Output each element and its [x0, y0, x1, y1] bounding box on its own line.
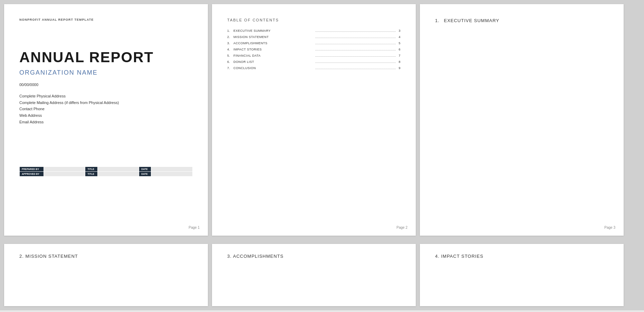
mission-title: MISSION STATEMENT: [25, 254, 78, 259]
page-4: 2. MISSION STATEMENT: [4, 244, 208, 306]
toc-label: IMPACT STORIES: [233, 48, 314, 51]
toc-dots: [315, 53, 396, 57]
prepared-by-field[interactable]: [44, 167, 85, 172]
accomplishments-heading: 3. ACCOMPLISHMENTS: [227, 254, 401, 259]
template-title: NONPROFIT ANNUAL REPORT TEMPLATE: [19, 18, 193, 21]
date-field-2[interactable]: [151, 172, 193, 177]
date-label-2: DATE: [139, 172, 151, 177]
page-number-3: Page 3: [604, 226, 615, 229]
toc-num: 4.: [227, 48, 233, 51]
date-label-1: DATE: [139, 167, 151, 172]
toc-dots: [315, 28, 396, 32]
toc-label: CONCLUSION: [233, 66, 314, 70]
toc-label: DONOR LIST: [233, 60, 314, 64]
page-5: 3. ACCOMPLISHMENTS: [212, 244, 416, 306]
toc-item: 6. DONOR LIST 8: [227, 59, 401, 64]
page-number-1: Page 1: [189, 226, 200, 229]
address-block: Complete Physical Address Complete Maili…: [19, 93, 193, 125]
approved-by-row: APPROVED BY TITLE DATE: [20, 172, 193, 177]
accomplishments-number: 3.: [227, 254, 232, 259]
approved-by-field[interactable]: [44, 172, 85, 177]
toc-page: 8: [397, 60, 401, 64]
toc-dots: [315, 47, 396, 50]
toc-item: 4. IMPACT STORIES 6: [227, 47, 401, 51]
page-2: TABLE OF CONTENTS 1. EXECUTIVE SUMMARY 3…: [212, 4, 416, 236]
toc-item: 2. MISSION STATEMENT 4: [227, 35, 401, 39]
toc-num: 3.: [227, 41, 233, 45]
annual-report-title: ANNUAL REPORT: [19, 49, 193, 66]
title-label-1: TITLE: [85, 167, 98, 172]
prepared-by-row: PREPARED BY TITLE DATE: [20, 167, 193, 172]
mission-number: 2.: [19, 254, 24, 259]
top-row: NONPROFIT ANNUAL REPORT TEMPLATE ANNUAL …: [4, 4, 624, 236]
address-line-3: Contact Phone: [19, 106, 193, 112]
cover-date: 00/00/0000: [19, 83, 193, 87]
impact-number: 4.: [435, 254, 440, 259]
page-6: 4. IMPACT STORIES: [420, 244, 624, 306]
pages-container: NONPROFIT ANNUAL REPORT TEMPLATE ANNUAL …: [0, 0, 644, 310]
toc-num: 7.: [227, 66, 233, 70]
toc-label: FINANCIAL DATA: [233, 54, 314, 57]
toc-num: 1.: [227, 29, 233, 32]
toc-label: MISSION STATEMENT: [233, 35, 314, 39]
exec-summary-heading: 1. EXECUTIVE SUMMARY: [435, 18, 608, 23]
toc-page: 9: [397, 66, 401, 70]
page-number-2: Page 2: [396, 226, 407, 229]
toc-dots: [315, 41, 396, 44]
org-name: ORGANIZATION NAME: [19, 69, 193, 76]
title-field-1[interactable]: [98, 167, 139, 172]
title-field-2[interactable]: [98, 172, 139, 177]
toc-page: 4: [397, 35, 401, 39]
signature-table: PREPARED BY TITLE DATE APPROVED BY: [19, 167, 193, 177]
toc-title: TABLE OF CONTENTS: [227, 18, 401, 22]
accomplishments-title: ACCOMPLISHMENTS: [233, 254, 283, 259]
toc-page: 5: [397, 41, 401, 45]
title-label-2: TITLE: [85, 172, 98, 177]
toc-item: 3. ACCOMPLISHMENTS 5: [227, 41, 401, 45]
address-line-2: Complete Mailing Address (if differs fro…: [19, 100, 193, 106]
toc-dots: [315, 35, 396, 38]
toc-num: 5.: [227, 54, 233, 57]
address-line-1: Complete Physical Address: [19, 93, 193, 100]
toc-item: 1. EXECUTIVE SUMMARY 3: [227, 28, 401, 32]
toc-dots: [315, 66, 396, 69]
page-1: NONPROFIT ANNUAL REPORT TEMPLATE ANNUAL …: [4, 4, 208, 236]
toc-page: 7: [397, 54, 401, 57]
toc-page: 6: [397, 48, 401, 51]
address-line-4: Web Address: [19, 112, 193, 119]
address-line-5: Email Address: [19, 119, 193, 125]
toc-list: 1. EXECUTIVE SUMMARY 3 2. MISSION STATEM…: [227, 28, 401, 70]
approved-by-label: APPROVED BY: [20, 172, 44, 177]
page-3: 1. EXECUTIVE SUMMARY Page 3: [420, 4, 624, 236]
toc-label: EXECUTIVE SUMMARY: [233, 29, 314, 32]
impact-title: IMPACT STORIES: [441, 254, 483, 259]
toc-num: 6.: [227, 60, 233, 64]
mission-statement-heading: 2. MISSION STATEMENT: [19, 254, 193, 259]
impact-stories-heading: 4. IMPACT STORIES: [435, 254, 608, 259]
toc-num: 2.: [227, 35, 233, 39]
toc-dots: [315, 59, 396, 63]
prepared-by-label: PREPARED BY: [20, 167, 44, 172]
exec-summary-number: 1.: [435, 18, 440, 23]
toc-item: 7. CONCLUSION 9: [227, 66, 401, 70]
date-field-1[interactable]: [151, 167, 193, 172]
toc-page: 3: [397, 29, 401, 32]
toc-item: 5. FINANCIAL DATA 7: [227, 53, 401, 57]
bottom-row: 2. MISSION STATEMENT 3. ACCOMPLISHMENTS …: [4, 244, 624, 306]
toc-label: ACCOMPLISHMENTS: [233, 41, 314, 45]
exec-summary-title: EXECUTIVE SUMMARY: [444, 18, 499, 23]
